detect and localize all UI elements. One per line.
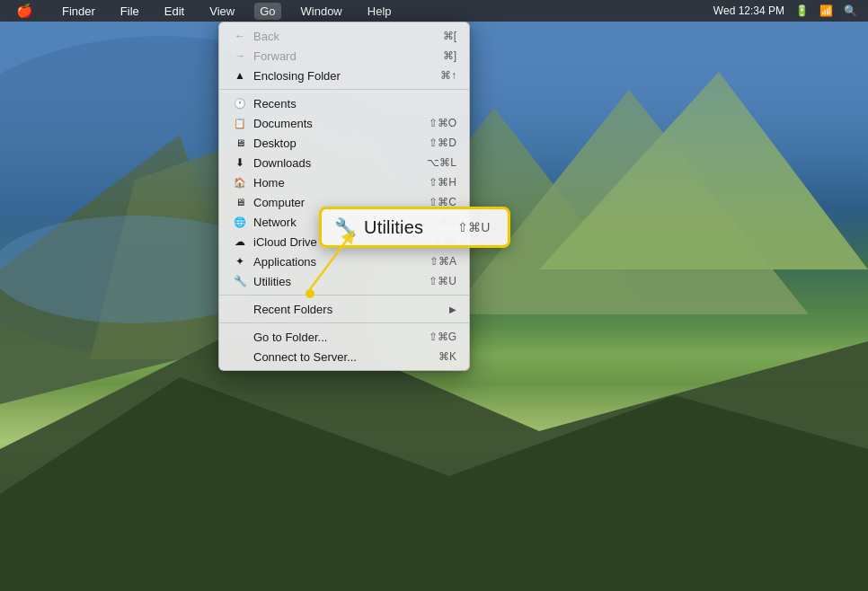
menu-item-back[interactable]: ← Back ⌘[ <box>219 26 469 46</box>
utilities-callout: 🔧 Utilities ⇧⌘U <box>319 207 510 248</box>
submenu-arrow: ▶ <box>449 304 456 314</box>
window-menu-item[interactable]: Window <box>296 3 348 20</box>
menu-item-applications[interactable]: ✦ Applications ⇧⌘A <box>219 251 469 271</box>
forward-icon: → <box>232 49 248 63</box>
back-icon: ← <box>232 29 248 43</box>
menu-item-desktop[interactable]: 🖥 Desktop ⇧⌘D <box>219 133 469 153</box>
downloads-shortcut: ⌥⌘L <box>427 156 456 169</box>
menubar-clock: Wed 12:34 PM <box>713 4 784 17</box>
back-shortcut: ⌘[ <box>443 30 456 42</box>
menu-item-utilities[interactable]: 🔧 Utilities ⇧⌘U <box>219 271 469 296</box>
back-label: Back <box>253 30 443 43</box>
menu-item-recents[interactable]: 🕐 Recents <box>219 93 469 113</box>
icloud-icon: ☁ <box>232 234 248 249</box>
utilities-label: Utilities <box>253 275 429 288</box>
enclosing-shortcut: ⌘↑ <box>440 69 456 82</box>
recents-label: Recents <box>253 97 456 110</box>
file-menu-item[interactable]: File <box>115 3 145 20</box>
callout-utilities-icon: 🔧 <box>334 216 357 238</box>
go-menu-item[interactable]: Go <box>254 3 280 20</box>
computer-icon: 🖥 <box>232 195 248 209</box>
forward-shortcut: ⌘] <box>443 49 456 62</box>
recent-folders-label: Recent Folders <box>253 303 444 316</box>
desktop-label: Desktop <box>253 137 429 150</box>
connect-server-label: Connect to Server... <box>253 350 438 364</box>
go-dropdown-menu: ← Back ⌘[ → Forward ⌘] ▲ Enclosing Folde… <box>218 22 470 371</box>
view-menu-item[interactable]: View <box>204 3 240 20</box>
downloads-label: Downloads <box>253 156 427 170</box>
downloads-icon: ⬇ <box>232 155 248 170</box>
connect-server-shortcut: ⌘K <box>438 350 456 363</box>
callout-utilities-shortcut: ⇧⌘U <box>457 220 490 234</box>
desktop-shortcut: ⇧⌘D <box>429 137 456 149</box>
menu-item-recent-folders[interactable]: Recent Folders ▶ <box>219 299 469 323</box>
go-to-folder-shortcut: ⇧⌘G <box>429 331 456 343</box>
menu-item-downloads[interactable]: ⬇ Downloads ⌥⌘L <box>219 153 469 172</box>
utilities-icon: 🔧 <box>232 274 248 288</box>
menubar: 🍎 Finder File Edit View Go Window Help W… <box>0 0 868 22</box>
menubar-search-icon[interactable]: 🔍 <box>844 4 857 17</box>
network-icon: 🌐 <box>232 215 248 229</box>
go-to-folder-icon <box>232 330 248 344</box>
menu-item-documents[interactable]: 📋 Documents ⇧⌘O <box>219 113 469 133</box>
callout-utilities-label: Utilities <box>364 217 423 238</box>
home-label: Home <box>253 176 429 190</box>
finder-menu-item[interactable]: Finder <box>57 3 101 20</box>
applications-label: Applications <box>253 255 430 269</box>
go-to-folder-label: Go to Folder... <box>253 331 429 344</box>
applications-icon: ✦ <box>232 254 248 269</box>
home-shortcut: ⇧⌘H <box>429 176 456 189</box>
enclosing-icon: ▲ <box>232 68 248 83</box>
enclosing-label: Enclosing Folder <box>253 69 440 83</box>
connect-server-icon <box>232 349 248 364</box>
help-menu-item[interactable]: Help <box>362 3 397 20</box>
menu-item-enclosing[interactable]: ▲ Enclosing Folder ⌘↑ <box>219 66 469 90</box>
menubar-battery-icon: 🔋 <box>795 4 809 17</box>
menubar-right: Wed 12:34 PM 🔋 📶 🔍 <box>713 4 857 17</box>
menubar-wifi-icon: 📶 <box>819 4 833 17</box>
menu-item-connect-server[interactable]: Connect to Server... ⌘K <box>219 347 469 366</box>
desktop-icon: 🖥 <box>232 136 248 150</box>
forward-label: Forward <box>253 49 443 63</box>
edit-menu-item[interactable]: Edit <box>159 3 190 20</box>
utilities-shortcut: ⇧⌘U <box>429 275 456 287</box>
menu-item-go-to-folder[interactable]: Go to Folder... ⇧⌘G <box>219 327 469 347</box>
documents-icon: 📋 <box>232 116 248 130</box>
menu-item-forward[interactable]: → Forward ⌘] <box>219 46 469 66</box>
menu-item-home[interactable]: 🏠 Home ⇧⌘H <box>219 172 469 192</box>
recent-folders-icon <box>232 302 248 316</box>
home-icon: 🏠 <box>232 175 248 190</box>
apple-menu-item[interactable]: 🍎 <box>11 1 39 21</box>
applications-shortcut: ⇧⌘A <box>430 255 456 268</box>
recents-icon: 🕐 <box>232 96 248 110</box>
documents-shortcut: ⇧⌘O <box>429 117 456 129</box>
documents-label: Documents <box>253 117 429 130</box>
utilities-dot-marker <box>306 289 314 298</box>
